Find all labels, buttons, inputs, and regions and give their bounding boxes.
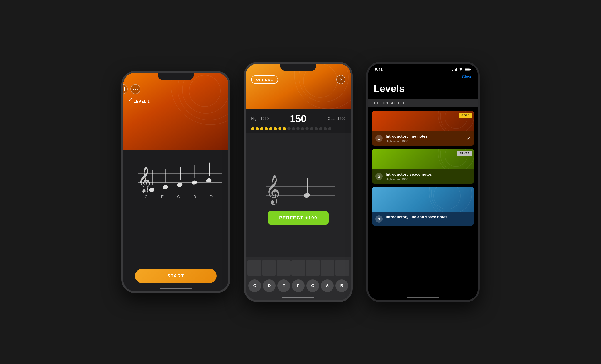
level-score-1: High score: 1600 [386, 139, 464, 143]
note-button-c[interactable]: C [248, 279, 261, 292]
svg-point-20 [191, 180, 197, 185]
silver-badge-card2: SILVER [457, 151, 472, 156]
level-number-2: 2 [375, 173, 383, 180]
svg-text:𝄞: 𝄞 [138, 167, 151, 193]
svg-point-3 [133, 89, 134, 90]
svg-point-4 [135, 89, 136, 90]
levels-list: GOLD 1 Introductory line notes High scor… [368, 107, 478, 300]
svg-rect-31 [452, 70, 453, 71]
start-button[interactable]: START [135, 269, 217, 283]
goal-display: Goal: 1200 [328, 117, 345, 121]
levels-page-title: Levels [368, 82, 478, 99]
note-button-e[interactable]: E [277, 279, 290, 292]
battery-icon [465, 68, 471, 71]
piano-key[interactable] [306, 260, 320, 276]
level-score-2: High score: 1610 [386, 177, 471, 181]
level-name-3: Introductory line and space notes [386, 215, 471, 219]
level-card-2[interactable]: SILVER 2 Introductory space notes High s… [372, 149, 474, 184]
wifi-icon [459, 68, 463, 71]
svg-point-22 [206, 178, 212, 183]
note-label-d: D [203, 195, 219, 199]
level-card-1[interactable]: GOLD 1 Introductory line notes High scor… [372, 111, 474, 146]
note-button-f[interactable]: F [292, 279, 305, 292]
svg-point-16 [162, 185, 168, 190]
level-number-3: 3 [375, 215, 383, 223]
section-header: THE TREBLE CLEF [368, 99, 478, 107]
checkmark-1: ✓ [467, 136, 471, 141]
nav-bar: Close [368, 74, 478, 82]
piano-key[interactable] [262, 260, 276, 276]
svg-rect-33 [455, 69, 456, 71]
score-area: High: 1060 150 Goal: 1200 [246, 109, 351, 133]
level-number-1: 1 [375, 135, 383, 142]
status-bar: 9:41 [368, 64, 478, 74]
svg-rect-32 [454, 69, 454, 71]
piano-key[interactable] [335, 260, 349, 276]
piano-key[interactable] [291, 260, 305, 276]
note-label-e: E [154, 195, 170, 199]
status-icons [452, 68, 471, 71]
chart-icon-button[interactable] [123, 84, 128, 94]
svg-point-5 [137, 89, 138, 90]
high-score-display: High: 1060 [251, 117, 269, 121]
svg-rect-37 [465, 69, 470, 71]
phone-1: LEVEL 1 THE TREBLE CLEF INTRODUCTORY LIN… [121, 71, 230, 293]
piano-key[interactable] [321, 260, 334, 276]
piano-key[interactable] [247, 260, 261, 276]
level-card-3[interactable]: 3 Introductory line and space notes [372, 187, 474, 226]
svg-rect-34 [456, 68, 457, 71]
gold-badge-card1: GOLD [459, 113, 472, 118]
note-label-b: B [187, 195, 203, 199]
phone-2: OPTIONS ✕ High: 1060 150 Goal: 1200 [244, 62, 353, 302]
svg-text:𝄞: 𝄞 [265, 175, 280, 205]
signal-icon [452, 68, 457, 71]
progress-dots [251, 127, 345, 130]
note-button-d[interactable]: D [263, 279, 276, 292]
phone-3: 9:41 [366, 62, 480, 302]
svg-point-35 [461, 70, 461, 71]
close-button[interactable]: ✕ [336, 75, 345, 84]
note-label-g: G [170, 195, 187, 199]
status-time: 9:41 [375, 67, 383, 72]
svg-rect-38 [470, 69, 471, 70]
options-button[interactable]: OPTIONS [251, 76, 278, 84]
staff-notation: 𝄞 [128, 157, 224, 199]
keyboard-area: C D E F G A B [246, 257, 351, 300]
game-staff-area: 𝄞 PERFECT +100 [246, 133, 351, 257]
close-link[interactable]: Close [462, 75, 472, 79]
note-button-b[interactable]: B [335, 279, 348, 292]
svg-point-18 [177, 182, 183, 187]
level-name-2: Introductory space notes [386, 172, 471, 177]
svg-rect-2 [124, 87, 124, 91]
piano-key[interactable] [277, 260, 290, 276]
note-button-a[interactable]: A [321, 279, 334, 292]
level-name-1: Introductory line notes [386, 134, 464, 139]
more-options-button[interactable] [130, 84, 140, 94]
perfect-feedback: PERFECT +100 [268, 211, 329, 225]
note-button-g[interactable]: G [306, 279, 319, 292]
note-label-c: C [138, 195, 154, 199]
current-score: 150 [290, 113, 306, 124]
svg-point-30 [303, 192, 310, 198]
